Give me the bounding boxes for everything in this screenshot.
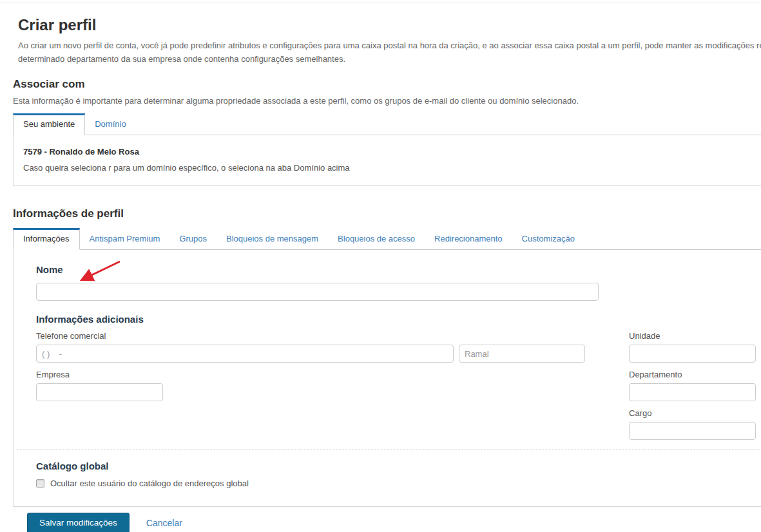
profile-heading: Informações de perfil bbox=[13, 207, 761, 221]
company-label: Empresa bbox=[36, 370, 586, 380]
profile-tabbar: Informações Antispam Premium Grupos Bloq… bbox=[13, 228, 761, 250]
page-title: Criar perfil bbox=[18, 16, 761, 33]
catalog-checkbox-row: Ocultar este usuário do catálogo de ende… bbox=[36, 479, 761, 488]
form-content: Nome Informações adicionais Telefone com… bbox=[14, 250, 761, 440]
name-heading: Nome bbox=[36, 264, 761, 276]
form-columns: Telefone comercial Empresa Unidade Depar… bbox=[36, 325, 761, 440]
page-description: Ao criar um novo perfil de conta, você j… bbox=[18, 39, 761, 66]
save-button[interactable]: Salvar modificações bbox=[27, 513, 130, 532]
department-input[interactable] bbox=[629, 383, 756, 401]
department-label: Departamento bbox=[629, 370, 756, 380]
associate-tabbar: Seu ambiente Domínio bbox=[13, 113, 761, 135]
tab-informacoes[interactable]: Informações bbox=[13, 228, 80, 250]
tab-seu-ambiente[interactable]: Seu ambiente bbox=[13, 113, 85, 135]
environment-hint: Caso queira seleciona r para um domínio … bbox=[23, 163, 761, 173]
cancel-link[interactable]: Cancelar bbox=[146, 518, 182, 528]
form-column-right: Unidade Departamento Cargo bbox=[629, 325, 756, 440]
associate-heading: Associar com bbox=[13, 77, 761, 91]
additional-info-heading: Informações adicionais bbox=[36, 314, 761, 325]
ramal-input[interactable] bbox=[459, 345, 585, 363]
company-input[interactable] bbox=[36, 383, 163, 401]
tab-antispam-premium[interactable]: Antispam Premium bbox=[80, 229, 170, 249]
profile-form-panel: Nome Informações adicionais Telefone com… bbox=[13, 250, 761, 507]
page-description-line2: determinado departamento da sua empresa … bbox=[18, 52, 761, 66]
position-label: Cargo bbox=[629, 408, 756, 419]
phone-input[interactable] bbox=[36, 345, 454, 363]
catalog-checkbox[interactable] bbox=[36, 479, 44, 488]
catalog-section: Catálogo global Ocultar este usuário do … bbox=[14, 450, 761, 488]
top-divider bbox=[0, 3, 761, 3]
position-input[interactable] bbox=[629, 422, 756, 440]
tab-grupos[interactable]: Grupos bbox=[169, 229, 217, 249]
tab-customizacao[interactable]: Customização bbox=[512, 229, 584, 249]
page-description-line1: Ao criar um novo perfil de conta, você j… bbox=[18, 39, 761, 52]
form-actions: Salvar modificações Cancelar bbox=[27, 513, 761, 532]
tab-bloqueios-de-mensagem[interactable]: Bloqueios de mensagem bbox=[217, 229, 328, 249]
unit-input[interactable] bbox=[629, 345, 756, 363]
environment-panel: 7579 - Ronaldo de Melo Rosa Caso queira … bbox=[13, 135, 761, 186]
environment-account: 7579 - Ronaldo de Melo Rosa bbox=[23, 147, 761, 157]
name-input[interactable] bbox=[36, 283, 599, 301]
unit-label: Unidade bbox=[629, 331, 756, 341]
phone-row bbox=[36, 345, 586, 363]
catalog-checkbox-label: Ocultar este usuário do catálogo de ende… bbox=[50, 479, 249, 488]
form-column-left: Telefone comercial Empresa bbox=[36, 325, 586, 440]
tab-bloqueios-de-acesso[interactable]: Bloqueios de acesso bbox=[328, 229, 425, 249]
tab-redirecionamento[interactable]: Redirecionamento bbox=[425, 229, 512, 249]
tab-dominio[interactable]: Domínio bbox=[85, 114, 135, 135]
associate-description: Esta informação é importante para determ… bbox=[13, 96, 761, 106]
catalog-heading: Catálogo global bbox=[36, 461, 761, 472]
phone-label: Telefone comercial bbox=[36, 331, 586, 341]
